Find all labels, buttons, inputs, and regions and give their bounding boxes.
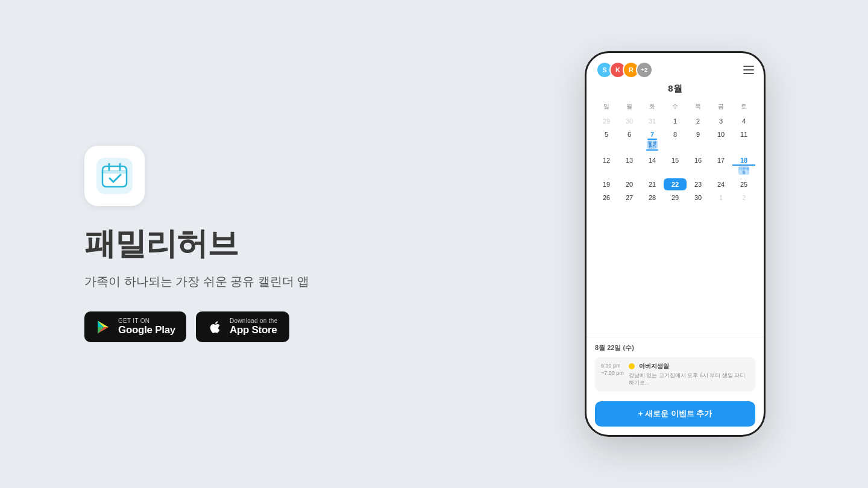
event-time: 6:00 pm ~7:00 pm <box>601 362 624 377</box>
event-time-end: ~7:00 pm <box>601 369 624 377</box>
cal-cell[interactable]: 1 <box>709 192 732 204</box>
cal-cell[interactable]: 1 <box>664 115 687 127</box>
cal-cell[interactable]: 13 <box>618 154 641 177</box>
cal-cell[interactable]: 19 <box>595 178 618 190</box>
cal-cell[interactable]: 26 <box>595 192 618 204</box>
cal-cell[interactable]: 3 <box>709 115 732 127</box>
google-play-button[interactable]: GET IT ON Google Play <box>84 311 186 342</box>
app-icon <box>84 146 145 206</box>
cal-header-fri: 금 <box>709 101 732 113</box>
date-detail: 8월 22일 (수) 6:00 pm ~7:00 pm 아버지생일 강남에 있는… <box>587 337 764 401</box>
cal-cell[interactable]: 2 <box>687 115 709 127</box>
cal-header-thu: 목 <box>687 101 709 113</box>
app-title: 패밀리허브 <box>84 223 518 265</box>
event-card[interactable]: 6:00 pm ~7:00 pm 아버지생일 강남에 있는 고기집에서 오후 6… <box>595 357 755 392</box>
cal-cell[interactable]: 20 <box>618 178 641 190</box>
cal-cell[interactable]: 4 <box>732 115 755 127</box>
cal-cell[interactable]: 16 <box>687 154 709 177</box>
cal-cell[interactable]: 25 <box>732 178 755 190</box>
cal-cell[interactable]: 5 <box>595 128 618 153</box>
cal-cell[interactable]: 31 <box>641 115 664 127</box>
cal-cell[interactable]: 14 <box>641 154 664 177</box>
app-store-button[interactable]: Download on the App Store <box>196 311 289 342</box>
add-event-button[interactable]: + 새로운 이벤트 추가 <box>595 401 755 427</box>
cal-cell[interactable]: 6 <box>618 128 641 153</box>
cal-cell[interactable]: 15 <box>664 154 687 177</box>
menu-icon[interactable] <box>743 66 754 74</box>
app-store-top: Download on the <box>230 318 278 324</box>
cal-cell-selected[interactable]: 22 <box>664 178 687 190</box>
cal-row-3: 12 13 14 15 16 17 18 기쑤네형 <box>595 154 755 177</box>
cal-cell[interactable]: 11 <box>732 128 755 153</box>
selected-date-label: 8월 22일 (수) <box>595 343 755 352</box>
event-name: 아버지생일 <box>629 362 749 371</box>
store-buttons: GET IT ON Google Play Download on the Ap… <box>84 311 518 342</box>
svg-rect-2 <box>102 170 127 174</box>
cal-cell[interactable]: 9 <box>687 128 709 153</box>
cal-cell[interactable]: 29 <box>664 192 687 204</box>
svg-rect-1 <box>102 166 127 187</box>
cal-cell[interactable]: 30 <box>687 192 709 204</box>
cal-row-5: 26 27 28 29 30 1 2 <box>595 192 755 204</box>
cal-cell[interactable]: 24 <box>709 178 732 190</box>
cal-header-wed: 수 <box>664 101 687 113</box>
cal-header-mon: 월 <box>618 101 641 113</box>
event-time-start: 6:00 pm <box>601 362 624 370</box>
cal-cell[interactable]: 28 <box>641 192 664 204</box>
google-play-top: GET IT ON <box>118 318 175 324</box>
calendar-section: 8월 일 월 화 수 목 금 토 29 30 <box>587 83 764 337</box>
cal-cell-18[interactable]: 18 기쑤네형 <box>732 154 755 177</box>
calendar-month: 8월 <box>595 83 755 95</box>
cal-cell[interactable]: 12 <box>595 154 618 177</box>
event-description: 강남에 있는 고기집에서 오후 6시 부터 생일 파티하기로... <box>629 372 749 387</box>
cal-row-2: 5 6 7 말 생존기 8 9 10 11 <box>595 128 755 153</box>
cal-cell[interactable]: 21 <box>641 178 664 190</box>
app-subtitle: 가족이 하나되는 가장 쉬운 공유 캘린더 앱 <box>84 274 518 290</box>
cal-cell[interactable]: 23 <box>687 178 709 190</box>
event-color-icon <box>629 363 635 369</box>
cal-header-sat: 토 <box>732 101 755 113</box>
cal-cell[interactable]: 17 <box>709 154 732 177</box>
cal-cell-today[interactable]: 7 말 생존기 <box>641 128 664 153</box>
cal-cell[interactable]: 2 <box>732 192 755 204</box>
cal-cell[interactable]: 27 <box>618 192 641 204</box>
avatar-group: S K R +2 <box>596 61 653 78</box>
app-store-bottom: App Store <box>230 324 278 336</box>
right-section: S K R +2 8월 일 월 <box>518 51 868 437</box>
cal-cell[interactable]: 29 <box>595 115 618 127</box>
phone-header: S K R +2 <box>587 53 764 83</box>
calendar-grid: 일 월 화 수 목 금 토 29 30 31 1 2 <box>595 101 755 204</box>
cal-cell[interactable]: 30 <box>618 115 641 127</box>
cal-cell[interactable]: 10 <box>709 128 732 153</box>
cal-row-4: 19 20 21 22 23 24 25 <box>595 178 755 190</box>
phone-mockup: S K R +2 8월 일 월 <box>585 51 766 437</box>
calendar-header: 일 월 화 수 목 금 토 <box>595 101 755 113</box>
cal-cell[interactable]: 8 <box>664 128 687 153</box>
cal-row-1: 29 30 31 1 2 3 4 <box>595 115 755 127</box>
cal-header-sun: 일 <box>595 101 618 113</box>
avatar-more: +2 <box>636 61 653 78</box>
left-section: 패밀리허브 가족이 하나되는 가장 쉬운 공유 캘린더 앱 <box>0 146 518 342</box>
cal-header-tue: 화 <box>641 101 664 113</box>
google-play-bottom: Google Play <box>118 324 175 336</box>
event-info: 아버지생일 강남에 있는 고기집에서 오후 6시 부터 생일 파티하기로... <box>629 362 749 387</box>
